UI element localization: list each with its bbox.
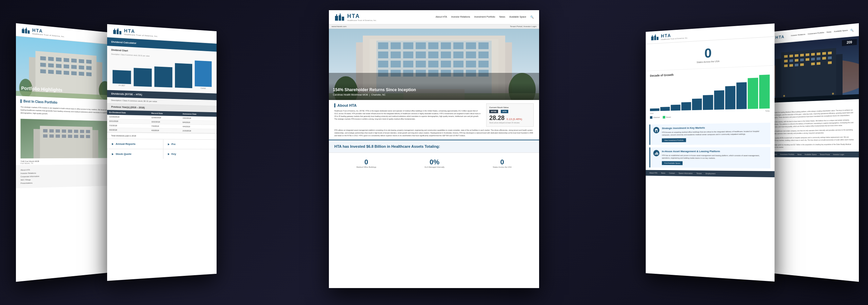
nav-space[interactable]: Available Space xyxy=(509,16,526,19)
svg-rect-68 xyxy=(403,42,413,49)
svg-rect-149 xyxy=(811,58,815,60)
bottom-contact[interactable]: Contact xyxy=(669,172,675,174)
svg-rect-16 xyxy=(48,63,54,68)
panel-far-right: HTA Investor Relations Investment Portfo… xyxy=(761,23,859,282)
fr-nav-4[interactable]: Available Space xyxy=(805,154,817,156)
bottom-employment[interactable]: Employment xyxy=(706,172,715,175)
svg-rect-152 xyxy=(795,64,798,66)
bottom-nav-fr: Investor Relations Investment Portfolio … xyxy=(761,151,859,158)
legend-item-1: Historical xyxy=(650,116,659,119)
nav-ir-fr[interactable]: Investor Relations xyxy=(791,33,806,37)
view-portfolio-btn[interactable]: View Investment Portfolio xyxy=(662,138,686,142)
hero-overlay: 154% Shareholder Returns Since Inception… xyxy=(329,83,539,100)
search-icon[interactable]: 🔍 xyxy=(530,16,534,19)
svg-rect-129 xyxy=(789,55,793,57)
svg-rect-85 xyxy=(391,61,401,67)
about-body: Healthcare Trust of America, Inc. (NYSE:… xyxy=(334,109,481,120)
property-img xyxy=(21,119,110,159)
asset-icon xyxy=(653,150,659,156)
fr-nav-3[interactable]: News xyxy=(797,154,802,156)
nav-about[interactable]: About HTA xyxy=(436,16,447,19)
svg-rect-118 xyxy=(657,152,658,155)
stats-row: 0 Medical Office Buildings 0% GLA Manage… xyxy=(329,152,539,174)
nav-portfolio[interactable]: Investment Portfolio xyxy=(474,16,495,19)
growth-legend: Historical Recent xyxy=(650,114,770,119)
bottom-space[interactable]: Space Information xyxy=(678,172,692,174)
svg-rect-86 xyxy=(403,61,413,67)
svg-rect-45 xyxy=(56,135,60,138)
svg-rect-40 xyxy=(74,130,78,133)
main-logo-text: HTA xyxy=(347,13,377,19)
key-menu[interactable]: Key xyxy=(163,149,217,159)
svg-rect-131 xyxy=(800,54,804,57)
invest-text: HTA has Invested $6.8 Billion in Healthc… xyxy=(334,144,534,148)
panel-far-left: HTA Healthcare Trust of America, Inc. xyxy=(16,23,114,282)
main-nav-bar: HTA Healthcare Trust of America, Inc. Ab… xyxy=(329,10,539,24)
svg-rect-113 xyxy=(656,130,657,132)
search-icon-fr[interactable]: 🔍 xyxy=(850,28,854,32)
nav-news-fr[interactable]: News xyxy=(827,30,831,34)
stock-note: Stock prices delayed at least 15 minutes xyxy=(489,122,531,124)
nav-news[interactable]: News xyxy=(499,16,505,19)
svg-rect-20 xyxy=(79,65,84,69)
nav-ir[interactable]: Investor Relations xyxy=(451,16,470,19)
bottom-about[interactable]: About HTA xyxy=(649,172,657,174)
svg-rect-8 xyxy=(40,56,46,61)
svg-rect-141 xyxy=(784,64,788,67)
menu-row-2: Stock Quote Key xyxy=(107,149,217,159)
stock-quote-menu[interactable]: Stock Quote xyxy=(107,149,163,159)
growth-bar-5 xyxy=(692,99,702,110)
stock-price: 28.28 xyxy=(489,115,505,122)
svg-rect-71 xyxy=(441,42,451,49)
pre-label: Pre xyxy=(172,143,176,146)
asset-body: HTA has an established and proven in-hou… xyxy=(662,154,767,160)
stock-row: NYSE HTA xyxy=(489,110,531,113)
svg-rect-19 xyxy=(71,65,77,69)
logo-far-left: HTA Healthcare Trust of America, Inc. xyxy=(21,26,64,38)
stat-states-number: 0 xyxy=(493,158,512,166)
annual-reports-menu[interactable]: Annual Reports xyxy=(107,139,163,149)
svg-rect-52 xyxy=(114,28,115,30)
fr-nav-2[interactable]: Investment Portfolio xyxy=(780,154,794,156)
pre-arrow xyxy=(168,143,170,145)
stat-mobs: 0 Medical Office Buildings xyxy=(356,158,376,168)
stat-mobs-number: 0 xyxy=(356,158,376,166)
pre-menu[interactable]: Pre xyxy=(163,139,217,149)
growth-bar-6 xyxy=(703,95,713,110)
fr-hero-svg: 209 xyxy=(761,36,859,103)
logo-rc: HTA Healthcare Trust of America, Inc. xyxy=(651,32,688,41)
svg-rect-140 xyxy=(822,57,826,60)
chart-icon xyxy=(654,151,658,155)
svg-rect-41 xyxy=(80,130,84,133)
scene: HTA Healthcare Trust of America, Inc. xyxy=(0,0,868,305)
hta-icon-rc xyxy=(651,34,659,41)
bottom-news[interactable]: News xyxy=(661,172,665,174)
asset-text-content: In-House Asset Management & Leasing Plat… xyxy=(662,150,767,166)
portfolio-body-text: The strategic markets HTA invests in are… xyxy=(21,106,110,117)
svg-rect-77 xyxy=(403,52,413,58)
hero-section: 154% Shareholder Returns Since Inception… xyxy=(329,29,539,100)
url-bar: www.htareit.com Tenant Portal | Investor… xyxy=(329,24,539,29)
svg-rect-75 xyxy=(378,52,388,58)
growth-bar-7 xyxy=(714,90,724,109)
fr-nav-6[interactable]: Investor Login xyxy=(833,154,844,156)
svg-rect-55 xyxy=(119,31,121,34)
svg-rect-27 xyxy=(79,72,84,76)
hta-logo-icon xyxy=(21,26,30,35)
bar-1 xyxy=(113,70,131,84)
svg-rect-25 xyxy=(64,71,69,75)
strategic-title: Strategic Investment in Key Markets xyxy=(662,125,767,130)
find-space-btn[interactable]: Find Available Space xyxy=(662,161,683,165)
about-stock-row: About HTA Healthcare Trust of America, I… xyxy=(329,100,539,129)
main-logo: HTA Healthcare Trust of America, Inc. xyxy=(334,13,377,21)
fr-nav-5[interactable]: Tenant Portal xyxy=(820,154,830,156)
portfolio-content: Best In Class Portfolio The strategic ma… xyxy=(16,96,114,120)
bottom-tenant[interactable]: Tenant xyxy=(696,172,702,175)
hta-icon-left xyxy=(113,27,122,35)
tenant-portal[interactable]: Tenant Portal | Investor Login xyxy=(510,25,536,27)
stock-change: 0.13 (0.46%) xyxy=(507,118,522,121)
annual-reports-label: Annual Reports xyxy=(116,142,136,145)
nav-space-fr[interactable]: Available Space xyxy=(834,29,848,34)
letter-para-4: investing in high quality MOBs located b… xyxy=(765,136,855,142)
nav-portfolio-fr[interactable]: Investment Portfolio xyxy=(808,31,824,36)
